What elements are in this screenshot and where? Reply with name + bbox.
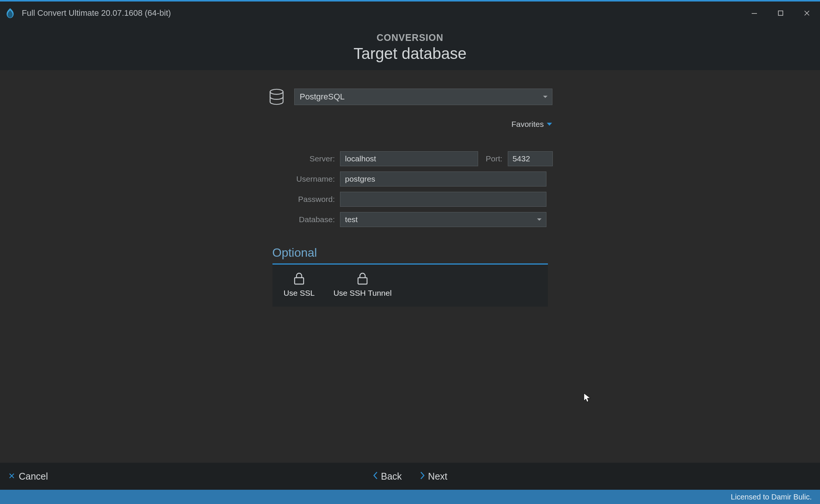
password-input[interactable] (340, 192, 546, 207)
svg-rect-6 (358, 278, 367, 284)
database-label: Database: (267, 215, 335, 224)
minimize-button[interactable] (741, 5, 767, 21)
port-input[interactable] (508, 151, 553, 166)
content-area: PostgreSQL Favorites Server: Port: Usern… (0, 70, 820, 463)
chevron-down-icon (537, 218, 542, 221)
server-input[interactable] (340, 151, 478, 166)
app-logo-icon (4, 7, 17, 20)
cancel-button[interactable]: ✕ Cancel (8, 471, 48, 482)
database-icon (268, 88, 285, 105)
next-label: Next (428, 471, 447, 482)
svg-rect-5 (295, 278, 304, 284)
cancel-label: Cancel (19, 471, 48, 482)
back-label: Back (381, 471, 402, 482)
titlebar: Full Convert Ultimate 20.07.1608 (64-bit… (0, 2, 820, 25)
next-button[interactable]: Next (420, 471, 447, 482)
back-button[interactable]: Back (373, 471, 402, 482)
wizard-step-label: CONVERSION (0, 32, 820, 43)
status-bar: Licensed to Damir Bulic. (0, 490, 820, 504)
chevron-down-icon (543, 96, 548, 98)
database-value: test (345, 215, 358, 224)
close-icon: ✕ (8, 471, 15, 481)
triangle-down-icon (547, 123, 552, 126)
use-ssh-tunnel-toggle[interactable]: Use SSH Tunnel (333, 272, 391, 298)
wizard-header: CONVERSION Target database (0, 25, 820, 70)
window-title: Full Convert Ultimate 20.07.1608 (64-bit… (22, 8, 171, 18)
optional-heading: Optional (272, 246, 548, 260)
use-ssh-label: Use SSH Tunnel (333, 289, 391, 298)
database-type-value: PostgreSQL (300, 92, 345, 102)
database-select[interactable]: test (340, 212, 546, 227)
database-type-select[interactable]: PostgreSQL (294, 89, 552, 105)
chevron-left-icon (373, 471, 378, 482)
svg-rect-1 (778, 11, 783, 15)
server-label: Server: (267, 154, 335, 163)
use-ssl-label: Use SSL (284, 289, 315, 298)
wizard-footer: ✕ Cancel Back Next (0, 463, 820, 490)
svg-rect-0 (752, 13, 757, 14)
lock-icon (357, 272, 369, 285)
license-text: Licensed to Damir Bulic. (731, 493, 812, 501)
wizard-step-title: Target database (0, 45, 820, 63)
username-input[interactable] (340, 172, 546, 187)
lock-icon (293, 272, 305, 285)
maximize-button[interactable] (767, 5, 794, 21)
close-button[interactable] (794, 5, 820, 21)
chevron-right-icon (420, 471, 425, 482)
port-label: Port: (486, 154, 502, 163)
favorites-label: Favorites (512, 120, 544, 129)
svg-point-4 (270, 89, 283, 94)
connection-form: Server: Port: Username: Password: Databa… (267, 151, 552, 227)
use-ssl-toggle[interactable]: Use SSL (284, 272, 315, 298)
optional-section: Optional Use SSL Use SSH Tunnel (272, 246, 548, 307)
username-label: Username: (267, 175, 335, 184)
password-label: Password: (267, 195, 335, 204)
favorites-dropdown[interactable]: Favorites (512, 120, 552, 129)
